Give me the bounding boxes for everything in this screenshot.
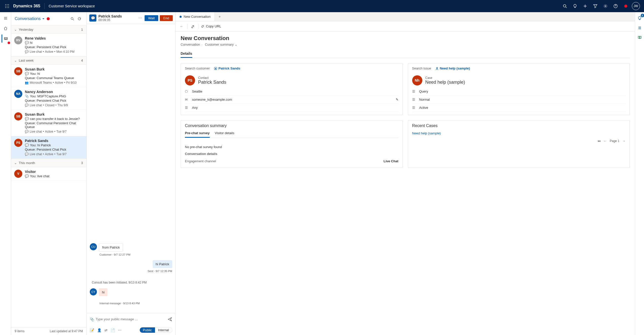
command-bar: ← Copy URL [176,21,635,31]
tab-details[interactable]: Details [181,51,192,58]
item-count: 9 items [15,329,25,333]
user-avatar[interactable]: JW [631,0,641,12]
field-city[interactable]: ⬠Seattle [185,87,398,96]
end-button[interactable]: End [160,15,173,21]
tab-new-conversation[interactable]: New Conversation [176,12,215,21]
conversation-item[interactable]: SB Susan Burk 💬 You: hi Queue: Communal … [11,65,86,87]
last-updated: Last updated at 9:47 PM [50,329,83,333]
customer-panel: Search customer Patrick Sands PS Contact… [181,63,403,115]
transfer-icon[interactable]: ⇄ [105,328,108,332]
panel-title: Conversation summary [185,124,398,128]
message-bubble: from Patrick [99,243,123,252]
conversations-pane: Conversations ⌄ Yesterday 1 RV Rene Vald… [11,12,87,335]
tab-prechat[interactable]: Pre-chat survey [185,131,210,138]
conv-group-lastweek[interactable]: ⌄ Last week 4 [11,56,86,65]
customer-link[interactable]: Patrick Sands [214,66,240,70]
contact-icon [214,67,217,70]
gear-icon[interactable] [600,0,611,12]
field-priority[interactable]: ☰Normal [412,96,626,104]
list-icon: ☰ [185,106,189,110]
message-bubble: hi Patrick [153,260,172,268]
inbox-icon[interactable] [2,34,10,43]
field-status[interactable]: ☰Active [412,104,626,112]
field-type[interactable]: ☰Query [412,87,626,96]
conversation-item[interactable]: NA Nancy Anderson 📎 You: MSFTCapture.PNG… [11,87,86,110]
conversations-dropdown[interactable]: Conversations [15,16,45,21]
filter-icon[interactable] [590,0,600,12]
edit-icon[interactable]: ✎ [396,98,398,101]
conversation-summary-panel: Conversation summary Pre-chat survey Vis… [181,120,403,168]
breadcrumb-dropdown[interactable]: Customer summary ⌄ [205,43,237,46]
svg-point-0 [5,4,6,5]
case-type: Case [425,76,465,80]
svg-point-15 [436,67,438,68]
kb-icon[interactable]: 📄 [111,328,115,332]
livechat-icon: 💬 [25,130,29,133]
conversation-item[interactable]: V Visitor 💬 You: live chat [11,167,86,181]
unread-dot [47,17,50,20]
svg-point-12 [71,17,73,20]
popout-icon[interactable] [189,23,197,30]
chevron-down-icon: ⌄ [14,59,17,62]
svg-point-2 [8,4,9,5]
menu-icon[interactable] [2,14,10,22]
plus-icon[interactable] [580,0,590,12]
toggle-internal[interactable]: Internal [155,327,172,333]
search-icon[interactable] [69,15,76,22]
list-icon[interactable] [636,24,643,31]
field-channel: Engagement channel Live Chat [185,158,398,165]
next-page-icon[interactable]: → [622,139,625,143]
conversation-item[interactable]: RV Rene Valdes 💬 hi Queue: Persistent Ch… [11,34,86,56]
conversation-item-selected[interactable]: PS Patrick Sands 💬 You: hi Patrick Queue… [11,136,86,159]
wait-button[interactable]: Wait [145,15,158,21]
app-launcher-icon[interactable] [3,2,11,10]
chat-timer: 00:09:35 [98,18,122,22]
message-type-toggle[interactable]: Public Internal [140,327,172,333]
tab-indicator-dot [180,16,182,18]
help-icon[interactable] [611,0,621,12]
copy-url-button[interactable]: Copy URL [201,24,221,28]
page-title: New Conversation [181,35,630,42]
search-icon[interactable] [560,0,570,12]
livechat-icon: 💬 [25,152,29,156]
list-icon: ☰ [412,90,416,93]
add-tab-button[interactable]: ＋ [215,12,224,21]
lightbulb-icon[interactable] [570,0,580,12]
attachment-icon[interactable]: 📎 [90,317,94,321]
person-icon[interactable]: 👤 [97,328,101,332]
recent-case-link[interactable]: Need help (sample) [412,131,441,135]
presence-indicator[interactable] [621,0,631,12]
lightbulb-icon[interactable]: 4 [636,15,643,22]
field-pref[interactable]: ☰Any [185,104,398,112]
notification-badge: 4 [641,14,644,17]
toggle-public[interactable]: Public [140,327,155,333]
contact-name: Patrick Sands [198,80,226,85]
recent-cases-panel: Recent Cases Need help (sample) ⏮ ← Page… [408,120,630,168]
conv-group-thismonth[interactable]: ⌄ This month 3 [11,159,86,167]
chat-pane: 💬 Patrick Sands 00:09:35 ⋯ Wait End CU f… [87,12,176,335]
send-icon[interactable] [168,317,172,322]
first-page-icon[interactable]: ⏮ [598,139,601,143]
more-icon[interactable]: ⋯ [118,328,121,332]
conv-group-yesterday[interactable]: ⌄ Yesterday 1 [11,25,86,34]
conversation-list: ⌄ Yesterday 1 RV Rene Valdes 💬 hi Queue:… [11,25,86,327]
tab-visitor[interactable]: Visitor details [215,131,234,138]
chat-bubble-icon: 💬 [25,117,29,121]
prev-page-icon[interactable]: ← [604,139,607,143]
more-icon[interactable]: ⋯ [137,15,143,21]
issue-link[interactable]: Need help (sample) [435,66,470,70]
notes-icon[interactable]: 📝 [90,328,94,332]
refresh-icon[interactable] [76,15,83,22]
chat-toolbar: 📝 👤 ⇄ 📄 ⋯ Public Internal [87,325,175,335]
chat-input-row: 📎 [87,313,175,325]
person-icon [435,67,439,70]
message-input[interactable] [94,316,168,323]
book-icon[interactable] [636,34,643,41]
field-email[interactable]: ✉someone_k@example.com✎ [185,96,398,104]
conv-details-label: Conversation details [185,152,398,156]
back-icon[interactable]: ← [178,23,185,30]
avatar: CY [90,288,97,295]
chat-channel-icon: 💬 [89,14,96,22]
home-icon[interactable] [2,24,10,32]
conversation-item[interactable]: SB Susan Burk 💬 can you transfer it back… [11,110,86,136]
